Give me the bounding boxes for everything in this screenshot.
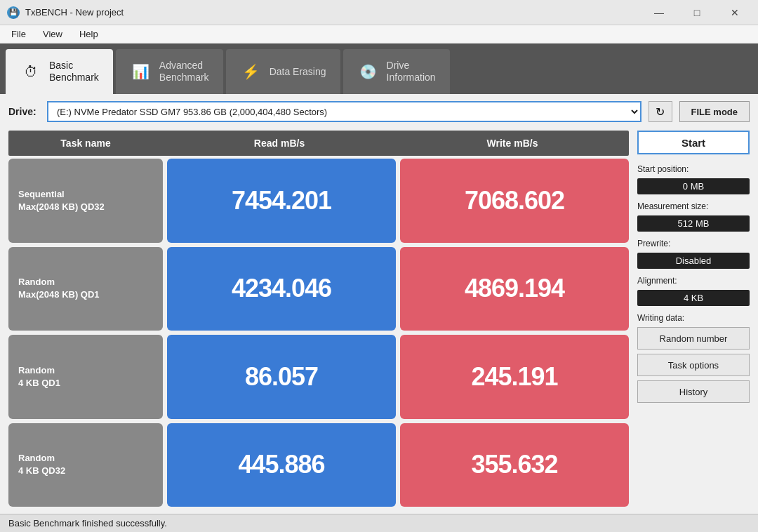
writing-data-label: Writing data: <box>637 313 750 323</box>
close-button[interactable]: ✕ <box>719 3 751 22</box>
content-area: Drive: (E:) NVMe Predator SSD GM7 953.86… <box>0 94 758 514</box>
prewrite-value: Disabled <box>637 253 750 269</box>
app-icon: 💾 <box>7 6 20 19</box>
tab-basic-benchmark-label: BasicBenchmark <box>49 60 99 84</box>
read-value-random-2048-qd1: 4234.046 <box>167 247 396 331</box>
tab-advanced-benchmark-label: AdvancedBenchmark <box>159 60 209 84</box>
main-area: Task name Read mB/s Write mB/s Sequentia… <box>8 131 750 507</box>
read-value-sequential: 7454.201 <box>167 159 396 243</box>
history-button[interactable]: History <box>637 380 750 403</box>
header-task: Task name <box>8 138 163 149</box>
write-value-sequential: 7068.602 <box>400 159 629 243</box>
write-value-random-4kb-qd1: 245.191 <box>400 335 629 419</box>
read-value-random-4kb-qd1: 86.057 <box>167 335 396 419</box>
tab-drive-information[interactable]: 💿 DriveInformation <box>343 49 450 94</box>
timer-icon: ⏱ <box>20 60 42 83</box>
start-position-value: 0 MB <box>637 178 750 194</box>
drive-refresh-button[interactable]: ↻ <box>649 101 672 122</box>
alignment-label: Alignment: <box>637 276 750 286</box>
file-mode-button[interactable]: FILE mode <box>679 101 750 122</box>
task-options-button[interactable]: Task options <box>637 354 750 376</box>
title-bar: 💾 TxBENCH - New project — □ ✕ <box>0 0 758 25</box>
task-name-random-2048-qd1: RandomMax(2048 KB) QD1 <box>8 247 163 331</box>
status-text: Basic Benchmark finished successfully. <box>8 518 167 528</box>
right-panel: Start Start position: 0 MB Measurement s… <box>637 131 750 507</box>
tab-advanced-benchmark[interactable]: 📊 AdvancedBenchmark <box>116 49 223 94</box>
maximize-button[interactable]: □ <box>681 3 713 22</box>
menu-file[interactable]: File <box>4 27 33 41</box>
writing-data-button[interactable]: Random number <box>637 327 750 350</box>
table-row: SequentialMax(2048 KB) QD32 7454.201 706… <box>8 159 629 243</box>
write-value-random-2048-qd1: 4869.194 <box>400 247 629 331</box>
task-name-random-4kb-qd32: Random4 KB QD32 <box>8 423 163 507</box>
read-value-random-4kb-qd32: 445.886 <box>167 423 396 507</box>
table-row: Random4 KB QD1 86.057 245.191 <box>8 335 629 419</box>
task-name-random-4kb-qd1: Random4 KB QD1 <box>8 335 163 419</box>
drive-select[interactable]: (E:) NVMe Predator SSD GM7 953.86 GB (2,… <box>47 101 641 122</box>
menu-bar: File View Help <box>0 25 758 44</box>
header-read: Read mB/s <box>163 138 396 149</box>
result-rows: SequentialMax(2048 KB) QD32 7454.201 706… <box>8 159 629 507</box>
start-button[interactable]: Start <box>637 131 750 154</box>
erase-icon: ⚡ <box>240 60 262 83</box>
status-bar: Basic Benchmark finished successfully. <box>0 514 758 532</box>
measurement-size-value: 512 MB <box>637 215 750 232</box>
tab-basic-benchmark[interactable]: ⏱ BasicBenchmark <box>6 49 113 94</box>
tab-drive-information-label: DriveInformation <box>387 60 436 84</box>
header-write: Write mB/s <box>396 138 629 149</box>
window-controls: — □ ✕ <box>643 3 751 22</box>
write-value-random-4kb-qd32: 355.632 <box>400 423 629 507</box>
chart-icon: 📊 <box>130 60 152 83</box>
tab-data-erasing-label: Data Erasing <box>270 66 326 78</box>
prewrite-label: Prewrite: <box>637 239 750 248</box>
table-header: Task name Read mB/s Write mB/s <box>8 131 629 156</box>
start-position-label: Start position: <box>637 164 750 174</box>
measurement-size-label: Measurement size: <box>637 201 750 211</box>
drive-bar: Drive: (E:) NVMe Predator SSD GM7 953.86… <box>8 101 750 122</box>
tab-data-erasing[interactable]: ⚡ Data Erasing <box>226 49 340 94</box>
drive-icon: 💿 <box>357 60 380 83</box>
task-name-sequential: SequentialMax(2048 KB) QD32 <box>8 159 163 243</box>
drive-label: Drive: <box>8 106 40 117</box>
minimize-button[interactable]: — <box>643 3 675 22</box>
alignment-value: 4 KB <box>637 290 750 306</box>
tab-bar: ⏱ BasicBenchmark 📊 AdvancedBenchmark ⚡ D… <box>0 44 758 94</box>
results-panel: Task name Read mB/s Write mB/s Sequentia… <box>8 131 629 507</box>
menu-help[interactable]: Help <box>72 27 105 41</box>
title-bar-left: 💾 TxBENCH - New project <box>7 6 124 19</box>
app-title: TxBENCH - New project <box>25 7 124 18</box>
table-row: RandomMax(2048 KB) QD1 4234.046 4869.194 <box>8 247 629 331</box>
table-row: Random4 KB QD32 445.886 355.632 <box>8 423 629 507</box>
menu-view[interactable]: View <box>36 27 69 41</box>
